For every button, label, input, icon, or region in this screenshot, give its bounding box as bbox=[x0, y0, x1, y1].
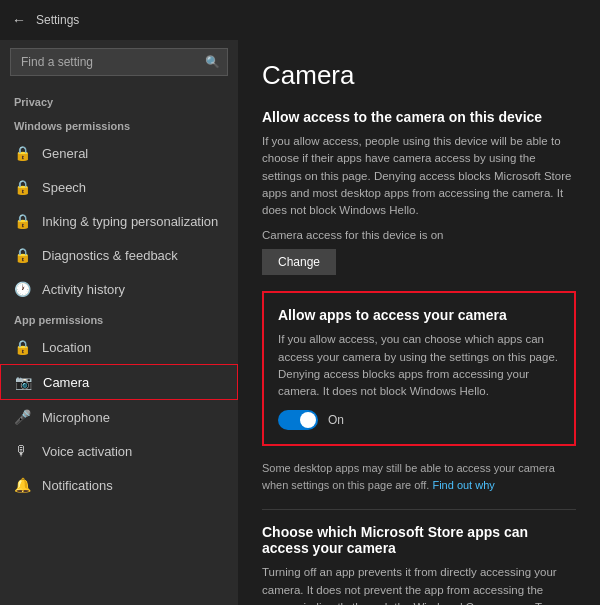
title-bar: ← Settings bbox=[0, 0, 600, 40]
page-title: Camera bbox=[262, 60, 576, 91]
sidebar-item-label: Camera bbox=[43, 375, 89, 390]
sidebar-item-label: Diagnostics & feedback bbox=[42, 248, 178, 263]
allow-apps-text: If you allow access, you can choose whic… bbox=[278, 331, 560, 400]
toggle-row: On bbox=[278, 410, 560, 430]
privacy-label: Privacy bbox=[0, 88, 238, 112]
sidebar-item-diagnostics[interactable]: 🔒 Diagnostics & feedback bbox=[0, 238, 238, 272]
sidebar-item-label: General bbox=[42, 146, 88, 161]
clock-icon: 🕐 bbox=[14, 281, 30, 297]
choose-heading: Choose which Microsoft Store apps can ac… bbox=[262, 524, 576, 556]
mic-icon: 🎤 bbox=[14, 409, 30, 425]
camera-toggle[interactable] bbox=[278, 410, 318, 430]
info-text: Some desktop apps may still be able to a… bbox=[262, 460, 576, 493]
allow-apps-section: Allow apps to access your camera If you … bbox=[262, 291, 576, 446]
sidebar: 🔍 Privacy Windows permissions 🔒 General … bbox=[0, 40, 238, 605]
lock-icon-inking: 🔒 bbox=[14, 213, 30, 229]
sidebar-item-speech[interactable]: 🔒 Speech bbox=[0, 170, 238, 204]
main-layout: 🔍 Privacy Windows permissions 🔒 General … bbox=[0, 40, 600, 605]
sidebar-item-camera[interactable]: 📷 Camera bbox=[0, 364, 238, 400]
find-out-link[interactable]: Find out why bbox=[432, 479, 494, 491]
sidebar-item-location[interactable]: 🔒 Location bbox=[0, 330, 238, 364]
windows-permissions-label: Windows permissions bbox=[0, 112, 238, 136]
section1-heading: Allow access to the camera on this devic… bbox=[262, 109, 576, 125]
divider bbox=[262, 509, 576, 510]
section1-text: If you allow access, people using this d… bbox=[262, 133, 576, 219]
sidebar-item-microphone[interactable]: 🎤 Microphone bbox=[0, 400, 238, 434]
voice-icon: 🎙 bbox=[14, 443, 30, 459]
title-bar-label: Settings bbox=[36, 13, 79, 27]
back-button[interactable]: ← bbox=[12, 12, 26, 28]
sidebar-item-notifications[interactable]: 🔔 Notifications bbox=[0, 468, 238, 502]
sidebar-item-general[interactable]: 🔒 General bbox=[0, 136, 238, 170]
search-box: 🔍 bbox=[10, 48, 228, 76]
change-button[interactable]: Change bbox=[262, 249, 336, 275]
toggle-label: On bbox=[328, 413, 344, 427]
app-permissions-label: App permissions bbox=[0, 306, 238, 330]
lock-icon-loc: 🔒 bbox=[14, 339, 30, 355]
camera-status: Camera access for this device is on bbox=[262, 229, 576, 241]
choose-text: Turning off an app prevents it from dire… bbox=[262, 564, 576, 605]
sidebar-item-inking[interactable]: 🔒 Inking & typing personalization bbox=[0, 204, 238, 238]
sidebar-item-label: Inking & typing personalization bbox=[42, 214, 218, 229]
lock-icon: 🔒 bbox=[14, 145, 30, 161]
search-icon: 🔍 bbox=[205, 55, 220, 69]
sidebar-item-voice[interactable]: 🎙 Voice activation bbox=[0, 434, 238, 468]
sidebar-item-label: Speech bbox=[42, 180, 86, 195]
content-area: Camera Allow access to the camera on thi… bbox=[238, 40, 600, 605]
lock-icon-diag: 🔒 bbox=[14, 247, 30, 263]
bell-icon: 🔔 bbox=[14, 477, 30, 493]
sidebar-item-label: Microphone bbox=[42, 410, 110, 425]
camera-icon: 📷 bbox=[15, 374, 31, 390]
sidebar-item-label: Activity history bbox=[42, 282, 125, 297]
sidebar-item-label: Location bbox=[42, 340, 91, 355]
sidebar-item-label: Voice activation bbox=[42, 444, 132, 459]
search-input[interactable] bbox=[10, 48, 228, 76]
sidebar-item-label: Notifications bbox=[42, 478, 113, 493]
allow-apps-heading: Allow apps to access your camera bbox=[278, 307, 560, 323]
lock-icon-speech: 🔒 bbox=[14, 179, 30, 195]
sidebar-item-activity[interactable]: 🕐 Activity history bbox=[0, 272, 238, 306]
